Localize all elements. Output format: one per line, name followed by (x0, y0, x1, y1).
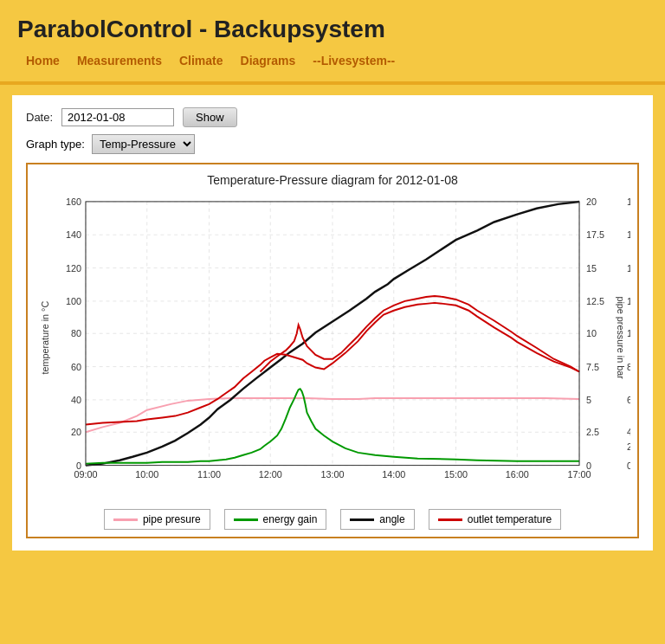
graph-type-label: Graph type: (26, 138, 85, 151)
svg-text:temperature in °C: temperature in °C (40, 301, 50, 375)
date-label: Date: (26, 111, 53, 124)
graph-type-row: Graph type: Temp-Pressure (26, 134, 639, 154)
svg-text:60: 60 (71, 362, 81, 372)
svg-text:160: 160 (627, 229, 630, 240)
svg-text:14:00: 14:00 (382, 469, 405, 480)
chart-svg: 160 140 120 100 80 60 40 20 0 temperatur… (35, 190, 630, 502)
header: ParabolControl - Backupsystem Home Measu… (0, 0, 665, 81)
main-content: Date: Show Graph type: Temp-Pressure Tem… (12, 95, 653, 551)
date-row: Date: Show (26, 107, 639, 127)
legend-outlet-temp-label: outlet temperature (468, 513, 552, 525)
pipe-pressure-line-icon (113, 518, 138, 521)
svg-text:15: 15 (586, 263, 597, 274)
svg-text:20: 20 (71, 427, 81, 437)
legend-energy-gain-label: energy gain (263, 513, 318, 525)
nav-home[interactable]: Home (26, 54, 60, 68)
svg-text:160: 160 (66, 196, 81, 207)
header-divider (0, 81, 665, 85)
legend-energy-gain: energy gain (224, 509, 327, 530)
graph-type-select[interactable]: Temp-Pressure (92, 134, 195, 154)
angle-line-icon (350, 518, 374, 521)
svg-text:16:00: 16:00 (506, 469, 529, 480)
nav-climate[interactable]: Climate (179, 54, 223, 68)
svg-text:10:00: 10:00 (135, 469, 158, 480)
svg-text:140: 140 (66, 229, 81, 240)
nav-diagrams[interactable]: Diagrams (241, 54, 296, 68)
svg-text:180: 180 (627, 196, 630, 207)
legend-pipe-pressure: pipe presure (104, 509, 210, 530)
svg-text:12:00: 12:00 (259, 469, 282, 480)
svg-text:120: 120 (627, 296, 630, 306)
nav-livesystem[interactable]: --Livesystem-- (313, 54, 395, 68)
svg-text:13:00: 13:00 (320, 469, 344, 480)
date-input[interactable] (61, 108, 174, 126)
legend-angle: angle (340, 509, 414, 530)
svg-text:40: 40 (627, 427, 630, 437)
chart-title: Temperature-Pressure diagram for 2012-01… (35, 173, 630, 187)
svg-text:17:00: 17:00 (568, 469, 591, 480)
svg-text:0: 0 (627, 460, 630, 471)
svg-text:80: 80 (71, 328, 81, 338)
legend-pipe-pressure-label: pipe presure (143, 513, 201, 525)
svg-text:100: 100 (627, 328, 630, 338)
svg-text:60: 60 (627, 395, 630, 405)
chart-container: Temperature-Pressure diagram for 2012-01… (26, 163, 639, 538)
outlet-temp-line-icon (438, 518, 462, 521)
energy-gain-line-icon (234, 518, 258, 521)
svg-text:12.5: 12.5 (586, 296, 604, 306)
svg-text:40: 40 (71, 395, 81, 405)
svg-text:09:00: 09:00 (74, 469, 97, 480)
svg-text:5: 5 (586, 395, 591, 405)
svg-text:pipe pressure in bar: pipe pressure in bar (616, 296, 626, 379)
chart-legend: pipe presure energy gain angle outlet te… (35, 509, 630, 530)
svg-text:2.5: 2.5 (586, 427, 599, 437)
svg-text:20: 20 (586, 196, 597, 207)
svg-text:120: 120 (66, 263, 81, 274)
legend-angle-label: angle (379, 513, 404, 525)
app-title: ParabolControl - Backupsystem (17, 16, 648, 43)
nav-measurements[interactable]: Measurements (77, 54, 162, 68)
chart-area: 160 140 120 100 80 60 40 20 0 temperatur… (35, 190, 630, 502)
svg-text:17.5: 17.5 (586, 229, 604, 240)
navigation: Home Measurements Climate Diagrams --Liv… (17, 50, 648, 73)
svg-text:100: 100 (66, 296, 81, 306)
legend-outlet-temp: outlet temperature (429, 509, 561, 530)
svg-text:11:00: 11:00 (197, 469, 221, 480)
svg-text:80: 80 (627, 362, 630, 372)
show-button[interactable]: Show (183, 107, 237, 127)
svg-text:15:00: 15:00 (444, 469, 468, 480)
svg-text:10: 10 (586, 328, 597, 338)
svg-text:140: 140 (627, 263, 630, 274)
svg-text:7.5: 7.5 (586, 362, 599, 372)
svg-text:20: 20 (627, 441, 630, 452)
